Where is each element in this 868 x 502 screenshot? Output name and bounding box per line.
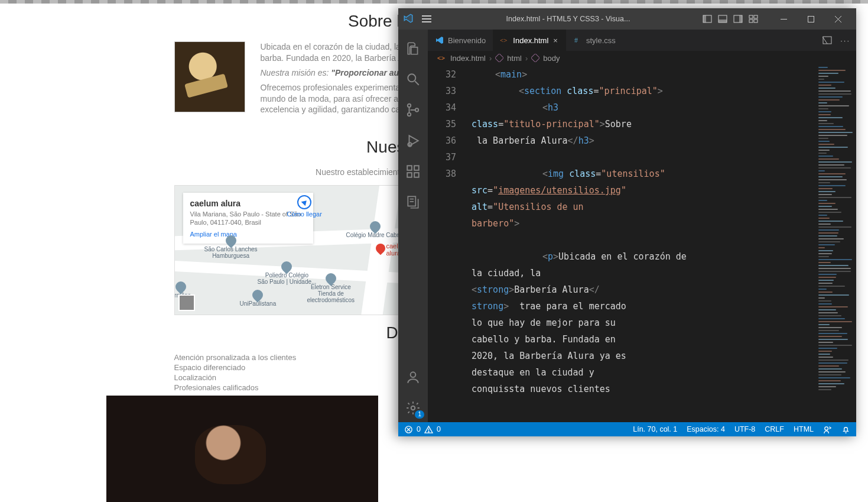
html-file-icon: <> (437, 53, 447, 63)
page-header-strip (0, 0, 868, 4)
layout-right-icon[interactable] (733, 14, 743, 24)
symbol-icon (495, 54, 503, 62)
breadcrumb-item[interactable]: Index.html (450, 54, 486, 63)
svg-rect-20 (407, 166, 412, 170)
css-file-icon: # (573, 35, 583, 45)
editor-layout-controls (703, 14, 758, 24)
breadcrumb-item[interactable]: html (507, 54, 522, 63)
tab-bienvenido[interactable]: Bienvenido (428, 30, 493, 51)
svg-rect-7 (754, 15, 758, 18)
svg-point-14 (408, 74, 415, 82)
svg-text:#: # (574, 36, 578, 44)
svg-rect-34 (495, 54, 503, 62)
tab-label: Index.html (513, 36, 548, 45)
close-button[interactable] (824, 8, 851, 30)
symbol-icon (531, 54, 539, 62)
editor-area: Bienvenido<>Index.html×#style.css ··· <>… (428, 30, 856, 422)
vscode-file-icon (435, 35, 444, 45)
svg-text:<>: <> (437, 54, 445, 61)
map-marker[interactable]: caelum alura (376, 244, 385, 253)
svg-rect-3 (719, 20, 727, 22)
status-encoding[interactable]: UTF-8 (734, 425, 755, 433)
map-poi[interactable]: UniPaulistana (240, 290, 277, 307)
accounts-icon[interactable] (398, 363, 428, 391)
breadcrumb-item[interactable]: body (543, 54, 560, 63)
svg-rect-8 (749, 20, 753, 22)
chevron-right-icon: › (489, 54, 492, 63)
map-pin-icon (373, 242, 387, 255)
split-editor-icon[interactable] (823, 35, 832, 46)
code-content[interactable]: <main><section class="principal"><h3 cla… (469, 65, 856, 422)
code-editor[interactable]: 32333435363738 <main><section class="pri… (428, 65, 856, 422)
svg-rect-11 (808, 16, 814, 22)
activity-bar: 1 (398, 30, 428, 422)
map-poi[interactable]: São Carlos LanchesHamburguesa (204, 235, 258, 259)
svg-rect-35 (531, 54, 539, 62)
status-cursor[interactable]: Lín. 70, col. 1 (633, 425, 677, 433)
svg-rect-9 (754, 20, 758, 22)
directions-label: Cómo llegar (287, 210, 322, 218)
chevron-right-icon: › (525, 54, 528, 63)
tab-label: style.css (586, 36, 616, 45)
more-actions-icon[interactable]: ··· (840, 36, 850, 45)
status-spaces[interactable]: Espacios: 4 (687, 425, 725, 433)
status-eol[interactable]: CRLF (765, 425, 784, 433)
svg-point-28 (411, 406, 415, 410)
map-poi[interactable]: Eletron ServiceTienda deelectrodoméstico… (307, 273, 355, 303)
explorer-icon[interactable] (398, 34, 428, 63)
svg-point-40 (428, 431, 429, 432)
window-controls (770, 8, 851, 30)
maximize-button[interactable] (797, 8, 824, 30)
directions-icon (297, 195, 311, 209)
settings-icon[interactable]: 1 (398, 394, 428, 422)
map-poi[interactable]: Colégio Madre Cabrini (346, 221, 405, 238)
about-p1-a: Ubicada en el corazón de la ciudad, la (261, 42, 403, 51)
utensils-image (174, 41, 245, 112)
source-control-icon[interactable] (398, 96, 428, 124)
svg-point-17 (408, 113, 411, 116)
titlebar: Index.html - HTML5 Y CSS3 - Visua... (398, 8, 856, 30)
svg-rect-31 (823, 37, 831, 44)
svg-rect-23 (414, 166, 419, 170)
poi-label: Eletron ServiceTienda deelectrodoméstico… (307, 284, 355, 303)
svg-rect-6 (749, 15, 753, 18)
minimap[interactable] (815, 65, 856, 422)
about-p2-a: Nuestra misión es: (261, 68, 331, 77)
extensions-icon[interactable] (398, 157, 428, 186)
run-debug-icon[interactable] (398, 127, 428, 155)
svg-point-16 (408, 104, 411, 107)
svg-point-27 (411, 372, 416, 377)
settings-badge: 1 (415, 410, 424, 419)
warning-count: 0 (437, 425, 441, 433)
vscode-window: Index.html - HTML5 Y CSS3 - Visua... 1 (398, 8, 856, 436)
html-file-icon: <> (500, 35, 509, 45)
references-icon[interactable] (398, 188, 428, 216)
search-icon[interactable] (398, 65, 428, 93)
status-problems[interactable]: 0 0 (404, 425, 441, 434)
status-feedback-icon[interactable] (823, 425, 832, 434)
map-satellite-thumb[interactable] (178, 294, 195, 311)
tab-index-html[interactable]: <>Index.html× (493, 30, 566, 51)
menu-button[interactable] (420, 11, 434, 27)
barber-image (106, 396, 378, 502)
vscode-logo-icon (403, 13, 414, 25)
tab-style-css[interactable]: #style.css (566, 30, 623, 51)
svg-text:<>: <> (500, 37, 507, 44)
layout-bottom-icon[interactable] (718, 14, 727, 24)
line-gutter: 32333435363738 (428, 65, 469, 422)
layout-left-icon[interactable] (703, 14, 712, 24)
svg-rect-21 (407, 173, 412, 177)
status-bell-icon[interactable] (841, 425, 850, 434)
tab-label: Bienvenido (448, 36, 486, 45)
layout-customize-icon[interactable] (749, 14, 758, 24)
status-bar: 0 0 Lín. 70, col. 1 Espacios: 4 UTF-8 CR… (398, 422, 856, 436)
map-directions-link[interactable]: Cómo llegar (287, 195, 322, 218)
svg-point-41 (825, 426, 828, 430)
svg-rect-22 (414, 173, 419, 177)
breadcrumbs[interactable]: <> Index.html › html › body (428, 51, 856, 65)
error-count: 0 (417, 425, 421, 433)
minimize-button[interactable] (770, 8, 797, 30)
tab-close-icon[interactable]: × (552, 36, 559, 45)
status-lang[interactable]: HTML (794, 425, 814, 433)
svg-line-15 (415, 81, 419, 85)
